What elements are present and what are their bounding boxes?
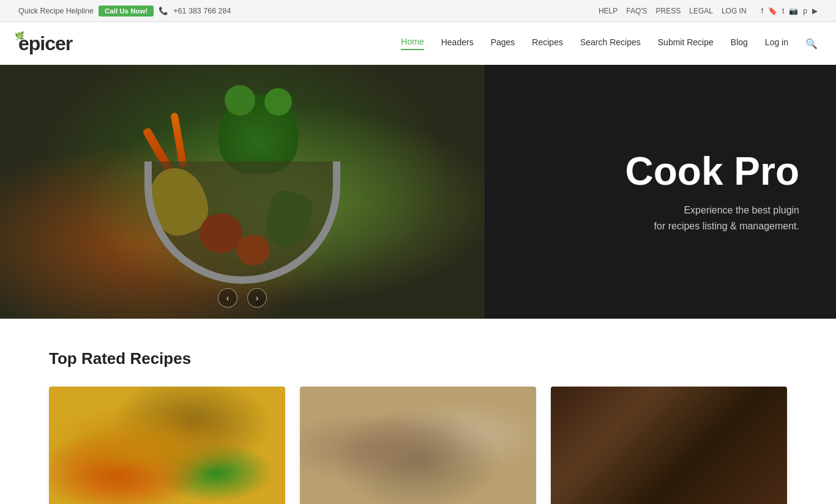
search-icon[interactable]: 🔍 [805,38,818,50]
recipes-section: Top Rated Recipes [0,319,836,504]
hero-subtitle: Experience the best plugin for recipes l… [654,202,799,234]
helpline-section: Quick Recipe Helpline Call Us Now! 📞 +61… [18,6,231,17]
phone-number: +61 383 766 284 [173,7,231,15]
bookmark-icon[interactable]: 🔖 [768,7,777,15]
pinterest-icon[interactable]: p [803,7,807,15]
logo[interactable]: epicer 🌿 [18,32,72,55]
nav-menu: Home Headers Pages Recipes Search Recipe… [401,37,818,50]
nav-pages[interactable]: Pages [491,37,515,50]
bowl-container [138,88,346,296]
call-now-button[interactable]: Call Us Now! [99,6,154,17]
faq-link[interactable]: FAQ'S [626,7,647,15]
hero-image: ‹ › [0,65,485,319]
pizza-image [49,387,285,504]
hero-title: Cook Pro [625,150,799,193]
facebook-icon[interactable]: f [761,7,763,15]
nav-submit-recipe[interactable]: Submit Recipe [658,37,714,50]
recipe-card-mushroom[interactable] [300,387,536,504]
main-navbar: epicer 🌿 Home Headers Pages Recipes Sear… [0,22,836,65]
recipe-card-pizza[interactable] [49,387,285,504]
mushroom-image [300,387,536,504]
recipe-grid [49,387,787,504]
hero-subtitle-line2: for recipes listing & management. [654,221,799,231]
phone-icon: 📞 [159,6,168,15]
nav-headers[interactable]: Headers [441,37,474,50]
nav-home[interactable]: Home [401,37,424,50]
youtube-icon[interactable]: ▶ [812,7,818,15]
logo-leaf-icon: 🌿 [15,31,78,40]
instagram-icon[interactable]: 📷 [789,7,798,15]
nav-blog[interactable]: Blog [731,37,748,50]
hero-section: ‹ › Cook Pro Experience the best plugin … [0,65,836,319]
top-nav-links: HELP FAQ'S PRESS LEGAL LOG IN f 🔖 t 📷 p … [599,7,818,15]
bowl-rim [144,161,340,284]
prev-slide-button[interactable]: ‹ [218,288,237,308]
veggie-background [0,65,485,319]
hero-text-panel: Cook Pro Experience the best plugin for … [485,65,836,319]
nav-search-recipes[interactable]: Search Recipes [580,37,641,50]
nav-log-in[interactable]: Log in [765,37,788,50]
social-icons-group: f 🔖 t 📷 p ▶ [761,7,818,15]
recipe-card-darkwood[interactable] [551,387,787,504]
next-slide-button[interactable]: › [247,288,267,308]
help-link[interactable]: HELP [599,7,618,15]
legal-link[interactable]: LEGAL [689,7,713,15]
darkwood-image [551,387,787,504]
twitter-icon[interactable]: t [782,7,784,15]
login-link-top[interactable]: LOG IN [722,7,747,15]
press-link[interactable]: PRESS [656,7,681,15]
slider-controls: ‹ › [218,288,267,308]
nav-recipes[interactable]: Recipes [532,37,563,50]
section-title: Top Rated Recipes [49,349,787,368]
hero-subtitle-line1: Experience the best plugin [684,205,799,215]
top-bar: Quick Recipe Helpline Call Us Now! 📞 +61… [0,0,836,22]
carrot-2 [170,112,187,168]
helpline-text: Quick Recipe Helpline [18,7,94,15]
